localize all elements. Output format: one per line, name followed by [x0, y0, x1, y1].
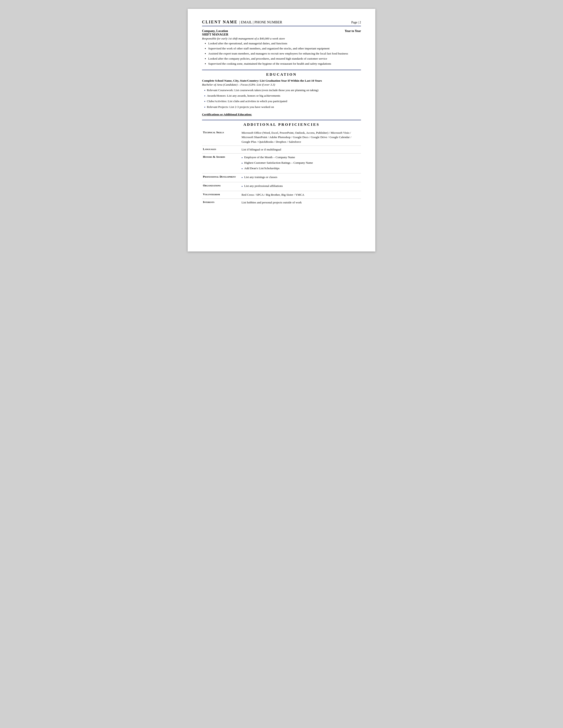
bullet-item: Looked after the company policies, and p… [208, 56, 361, 61]
proficiencies-divider [202, 120, 361, 120]
edu-bullet: Clubs/Activities: List clubs and activit… [204, 99, 361, 104]
prof-label-volunteerism: Volunteerism [202, 191, 241, 199]
org-bullet: List any professional affiliations [241, 184, 360, 189]
edu-bullet: Awards/Honors: List any awards, honors o… [204, 93, 361, 98]
honors-bullet: Highest Customer Satisfaction Ratings – … [241, 161, 360, 165]
header-left: Client Name | email | phone number [202, 20, 282, 24]
proficiencies-heading: Additional Proficiencies [202, 122, 361, 127]
company-name: Company, Location [202, 29, 228, 33]
education-heading: Education [202, 72, 361, 77]
table-row: Technical Skills Microsoft Office (Word,… [202, 129, 361, 146]
prof-label-prodev: Professional Development [202, 173, 241, 182]
prof-content-honors: Employee of the Month – Company Name Hig… [241, 154, 361, 173]
work-experience-entry: Company, Location Year to Year Shift Man… [202, 29, 361, 66]
prof-content-prodev: List any trainings or classes [241, 173, 361, 182]
proficiencies-table: Technical Skills Microsoft Office (Word,… [202, 129, 361, 206]
prof-label-technical: Technical Skills [202, 129, 241, 146]
prodev-bullets: List any trainings or classes [241, 175, 360, 180]
job-bullets: Looked after the operational, and manage… [208, 41, 361, 66]
bullet-item: Looked after the operational, and manage… [208, 41, 361, 46]
bullet-item: Assisted the expert team members, and ma… [208, 51, 361, 56]
prof-content-volunteerism: Red Cross / SPCA / Big Brother, Big Sist… [241, 191, 361, 199]
education-bullets: Relevant Coursework: List coursework tak… [204, 88, 361, 110]
table-row: Organizations List any professional affi… [202, 182, 361, 191]
org-bullets: List any professional affiliations [241, 184, 360, 189]
header: Client Name | email | phone number Page … [202, 20, 361, 26]
certifications-heading: Certifications or Additional Education: [202, 113, 361, 116]
table-row: Languages List if bilingual or if multil… [202, 146, 361, 153]
table-row: Professional Development List any traini… [202, 173, 361, 182]
honors-bullet: Add Dean's List/Scholarships [241, 166, 360, 171]
table-row: Volunteerism Red Cross / SPCA / Big Brot… [202, 191, 361, 199]
degree-line: Bachelor of Area (Candidate) – Focus (GP… [202, 83, 361, 86]
job-description: Responsible for early 1st shift manageme… [202, 37, 361, 40]
prof-content-languages: List if bilingual or if multilingual [241, 146, 361, 153]
job-title: Shift Manager [202, 33, 361, 36]
header-separator: | email | phone number [239, 20, 282, 24]
bullet-item: Supervised the cooking zone, maintained … [208, 62, 361, 66]
education-divider [202, 70, 361, 70]
school-name: Complete School Name, City, State/Countr… [202, 79, 361, 83]
prof-content-technical: Microsoft Office (Word, Excel, PowerPoin… [241, 129, 361, 146]
prof-content-organizations: List any professional affiliations [241, 182, 361, 191]
edu-bullet: Relevant Coursework: List coursework tak… [204, 88, 361, 93]
honors-bullet: Employee of the Month – Company Name [241, 155, 360, 160]
prof-label-honors: Honors & Awards [202, 154, 241, 173]
prof-label-organizations: Organizations [202, 182, 241, 191]
bullet-item: Supervised the work of other staff membe… [208, 46, 361, 51]
table-row: Interests List hobbies and personal proj… [202, 199, 361, 206]
prodev-bullet: List any trainings or classes [241, 175, 360, 180]
prof-label-interests: Interests [202, 199, 241, 206]
table-row: Honors & Awards Employee of the Month – … [202, 154, 361, 173]
prof-content-interests: List hobbies and personal projects outsi… [241, 199, 361, 206]
year-range: Year to Year [345, 29, 361, 33]
client-name: Client Name [202, 20, 237, 24]
edu-bullet: Relevant Projects: List 2-3 projects you… [204, 105, 361, 110]
honors-bullets: Employee of the Month – Company Name Hig… [241, 155, 360, 171]
work-header: Company, Location Year to Year [202, 29, 361, 33]
resume-page: Client Name | email | phone number Page … [188, 9, 375, 251]
prof-label-languages: Languages [202, 146, 241, 153]
page-number: Page | 2 [351, 21, 361, 24]
